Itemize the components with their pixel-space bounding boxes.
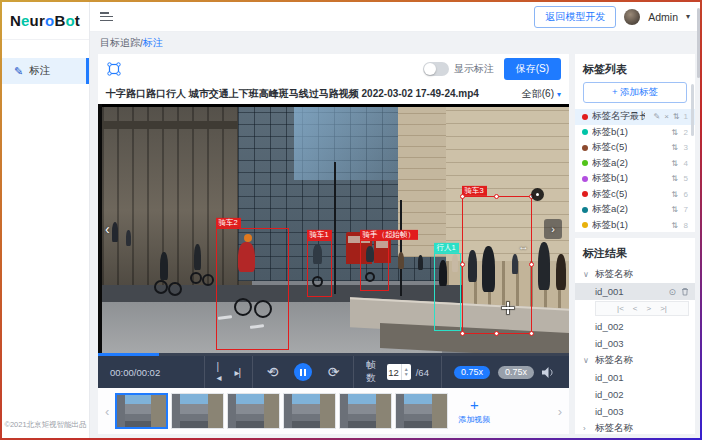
bbox-cyclist-2[interactable]: 骑车2: [216, 228, 289, 350]
result-item[interactable]: id_001: [575, 369, 695, 386]
scene-cyclist: [194, 244, 201, 270]
resize-handle[interactable]: [460, 262, 465, 267]
bbox-cyclist-3-selected[interactable]: 骑车3: [462, 196, 532, 334]
pencil-icon: ✎: [14, 65, 23, 78]
frame-stepper[interactable]: ▲▼: [401, 364, 411, 380]
user-name[interactable]: Admin: [648, 11, 678, 23]
label-row[interactable]: 标签名字最长数... ✎ × ⇅ 1: [575, 109, 695, 125]
scrollbar-thumb[interactable]: [691, 84, 694, 136]
video-thumbnail[interactable]: [115, 393, 168, 429]
annotation-toolbar: 显示标注 保存(S): [98, 54, 569, 84]
result-group[interactable]: ∨ 标签名称: [575, 266, 695, 283]
bbox-rider-start-frame[interactable]: 骑手（起始帧）: [360, 240, 389, 291]
sort-icon[interactable]: ⇅: [671, 174, 678, 183]
result-item[interactable]: id_001 ⊙: [575, 283, 695, 300]
logo-text: e: [21, 12, 30, 29]
target-icon[interactable]: ⊙: [668, 287, 676, 297]
save-button[interactable]: 保存(S): [504, 58, 561, 80]
forward-10-icon[interactable]: ⟳10: [326, 364, 341, 380]
label-row[interactable]: 标签c(5) ⇅ 6: [575, 187, 695, 203]
sort-icon[interactable]: ⇅: [671, 143, 678, 152]
collapse-menu-icon[interactable]: [100, 12, 113, 21]
filter-value: 全部(6): [522, 87, 554, 101]
label-row[interactable]: 标签b(1) ⇅ 8: [575, 218, 695, 233]
resize-handle[interactable]: [494, 194, 499, 199]
label-color-dot: [582, 176, 588, 182]
pager-last[interactable]: >|: [660, 304, 667, 313]
video-next-chevron[interactable]: ›: [544, 219, 562, 239]
expand-icon[interactable]: ∨: [583, 270, 590, 279]
label-color-dot: [582, 129, 588, 135]
result-item[interactable]: id_002: [575, 318, 695, 335]
bbox-label: 行人1: [434, 242, 459, 252]
page-scrollbar[interactable]: [697, 2, 700, 438]
resize-handle[interactable]: [529, 262, 534, 267]
add-video-button[interactable]: + 添加视频: [451, 392, 497, 430]
sidebar-item-annotate[interactable]: ✎ 标注: [2, 58, 89, 84]
label-row[interactable]: 标签a(2) ⇅ 7: [575, 202, 695, 218]
filmstrip-prev-icon[interactable]: ‹: [102, 404, 112, 419]
result-group-collapsed[interactable]: › 标签名称: [575, 420, 695, 434]
add-label-button[interactable]: + 添加标签: [583, 82, 687, 103]
label-row[interactable]: 标签a(2) ⇅ 4: [575, 156, 695, 172]
sort-icon[interactable]: ⇅: [671, 128, 678, 137]
sort-icon[interactable]: ⇅: [671, 190, 678, 199]
result-item[interactable]: id_003: [575, 335, 695, 352]
caret-down-icon[interactable]: ▾: [686, 12, 690, 21]
label-order: 1: [684, 112, 688, 121]
show-annotation-toggle[interactable]: 显示标注: [423, 62, 494, 76]
avatar[interactable]: [624, 9, 640, 25]
speed-pill-inactive[interactable]: 0.75x: [498, 366, 534, 379]
anchor-point-icon[interactable]: [531, 188, 544, 201]
video-thumbnail[interactable]: [395, 393, 448, 429]
video-thumbnail[interactable]: [339, 393, 392, 429]
bbox-cyclist-1[interactable]: 骑车1: [307, 240, 332, 297]
step-back-icon[interactable]: |◂: [217, 361, 221, 383]
sidebar: NeuroBot ✎ 标注 ©2021北京矩视智能出品: [2, 2, 90, 438]
trash-icon[interactable]: [681, 287, 689, 296]
label-color-dot: [582, 222, 588, 228]
label-row[interactable]: 标签b(1) ⇅ 5: [575, 171, 695, 187]
step-forward-icon[interactable]: ▸|: [235, 367, 241, 378]
video-prev-chevron[interactable]: ‹: [105, 222, 110, 236]
collapse-icon[interactable]: ›: [583, 424, 590, 433]
edit-icon[interactable]: ✎: [653, 112, 660, 121]
label-row[interactable]: 标签c(5) ⇅ 3: [575, 140, 695, 156]
result-item[interactable]: id_003: [575, 403, 695, 420]
sort-icon[interactable]: ⇅: [673, 112, 680, 121]
breadcrumb-parent[interactable]: 目标追踪: [100, 36, 140, 50]
scene-person: [556, 254, 566, 290]
group-name: 标签名称: [595, 268, 633, 281]
pager-next[interactable]: >: [647, 304, 652, 313]
volume-icon[interactable]: [542, 367, 555, 378]
filmstrip-next-icon[interactable]: ›: [555, 404, 565, 419]
pager-first[interactable]: |<: [617, 304, 624, 313]
resize-handle[interactable]: [460, 331, 465, 336]
resize-handle[interactable]: [529, 331, 534, 336]
pager-prev[interactable]: <: [633, 304, 638, 313]
rewind-10-icon[interactable]: ⟲10: [265, 364, 280, 380]
resize-handle[interactable]: [460, 194, 465, 199]
label-row[interactable]: 标签b(1) ⇅ 2: [575, 125, 695, 141]
video-canvas[interactable]: 骑车2 骑车1 骑手（起始帧） 行人1 骑车3: [98, 104, 569, 353]
sort-icon[interactable]: ⇅: [671, 221, 678, 230]
video-thumbnail[interactable]: [283, 393, 336, 429]
frame-number-input[interactable]: 12 ▲▼: [387, 364, 411, 380]
result-item[interactable]: id_002: [575, 386, 695, 403]
bbox-pedestrian-1[interactable]: 行人1: [434, 253, 461, 331]
video-thumbnail[interactable]: [227, 393, 280, 429]
delete-icon[interactable]: ×: [664, 112, 669, 121]
sort-icon[interactable]: ⇅: [671, 205, 678, 214]
result-group[interactable]: ∨ 标签名称: [575, 352, 695, 369]
frame-count-label: 帧数: [366, 359, 381, 385]
speed-pill-active[interactable]: 0.75x: [454, 366, 490, 379]
pause-button[interactable]: [294, 363, 312, 381]
back-to-model-dev-button[interactable]: 返回模型开发: [534, 6, 616, 28]
filter-dropdown[interactable]: 全部(6) ▾: [522, 87, 561, 101]
draw-box-tool-icon[interactable]: [106, 61, 122, 77]
video-thumbnail[interactable]: [171, 393, 224, 429]
toggle-switch[interactable]: [423, 62, 449, 76]
sort-icon[interactable]: ⇅: [671, 159, 678, 168]
resize-handle[interactable]: [494, 331, 499, 336]
expand-icon[interactable]: ∨: [583, 356, 590, 365]
